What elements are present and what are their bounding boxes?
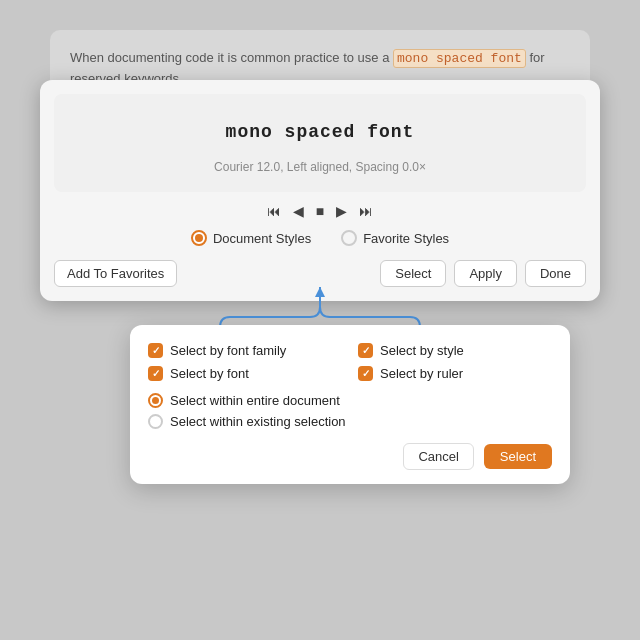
dropdown-select-button[interactable]: Select bbox=[484, 444, 552, 469]
nav-stop-btn[interactable]: ■ bbox=[316, 204, 324, 218]
apply-button[interactable]: Apply bbox=[454, 260, 517, 287]
entire-document-indicator bbox=[148, 393, 163, 408]
nav-controls: ⏮ ◀ ■ ▶ ⏭ bbox=[54, 204, 586, 218]
checkbox-font[interactable]: Select by font bbox=[148, 366, 342, 381]
checkbox-font-indicator bbox=[148, 366, 163, 381]
favorite-styles-radio[interactable]: Favorite Styles bbox=[341, 230, 449, 246]
checkbox-font-family-indicator bbox=[148, 343, 163, 358]
code-highlight: mono spaced font bbox=[393, 49, 526, 68]
favorite-styles-label: Favorite Styles bbox=[363, 231, 449, 246]
checkbox-font-family-label: Select by font family bbox=[170, 343, 286, 358]
checkbox-ruler[interactable]: Select by ruler bbox=[358, 366, 552, 381]
cancel-button[interactable]: Cancel bbox=[403, 443, 473, 470]
main-dialog: mono spaced font Courier 12.0, Left alig… bbox=[40, 80, 600, 301]
done-button[interactable]: Done bbox=[525, 260, 586, 287]
favorite-styles-indicator bbox=[341, 230, 357, 246]
document-styles-indicator bbox=[191, 230, 207, 246]
checkbox-font-family[interactable]: Select by font family bbox=[148, 343, 342, 358]
font-sample: mono spaced font bbox=[74, 122, 566, 142]
existing-selection-radio[interactable]: Select within existing selection bbox=[148, 414, 552, 429]
document-styles-label: Document Styles bbox=[213, 231, 311, 246]
font-preview-area: mono spaced font Courier 12.0, Left alig… bbox=[54, 94, 586, 192]
entire-document-label: Select within entire document bbox=[170, 393, 340, 408]
checkbox-ruler-indicator bbox=[358, 366, 373, 381]
font-meta: Courier 12.0, Left aligned, Spacing 0.0× bbox=[74, 160, 566, 174]
checkbox-ruler-label: Select by ruler bbox=[380, 366, 463, 381]
select-button[interactable]: Select bbox=[380, 260, 446, 287]
document-styles-radio[interactable]: Document Styles bbox=[191, 230, 311, 246]
style-radios: Document Styles Favorite Styles bbox=[54, 230, 586, 246]
checkbox-style-indicator bbox=[358, 343, 373, 358]
existing-selection-indicator bbox=[148, 414, 163, 429]
add-to-favorites-button[interactable]: Add To Favorites bbox=[54, 260, 177, 287]
nav-last-btn[interactable]: ⏭ bbox=[359, 204, 373, 218]
svg-marker-0 bbox=[315, 287, 325, 297]
controls-area: ⏮ ◀ ■ ▶ ⏭ Document Styles Favorite Style… bbox=[40, 192, 600, 246]
scope-radios: Select within entire document Select wit… bbox=[148, 393, 552, 429]
entire-document-radio[interactable]: Select within entire document bbox=[148, 393, 552, 408]
checkbox-grid: Select by font family Select by style Se… bbox=[148, 343, 552, 381]
nav-next-btn[interactable]: ▶ bbox=[336, 204, 347, 218]
checkbox-font-label: Select by font bbox=[170, 366, 249, 381]
nav-prev-btn[interactable]: ◀ bbox=[293, 204, 304, 218]
select-dropdown: Select by font family Select by style Se… bbox=[130, 325, 570, 484]
dropdown-actions: Cancel Select bbox=[148, 443, 552, 470]
existing-selection-label: Select within existing selection bbox=[170, 414, 346, 429]
checkbox-style-label: Select by style bbox=[380, 343, 464, 358]
checkbox-style[interactable]: Select by style bbox=[358, 343, 552, 358]
nav-first-btn[interactable]: ⏮ bbox=[267, 204, 281, 218]
